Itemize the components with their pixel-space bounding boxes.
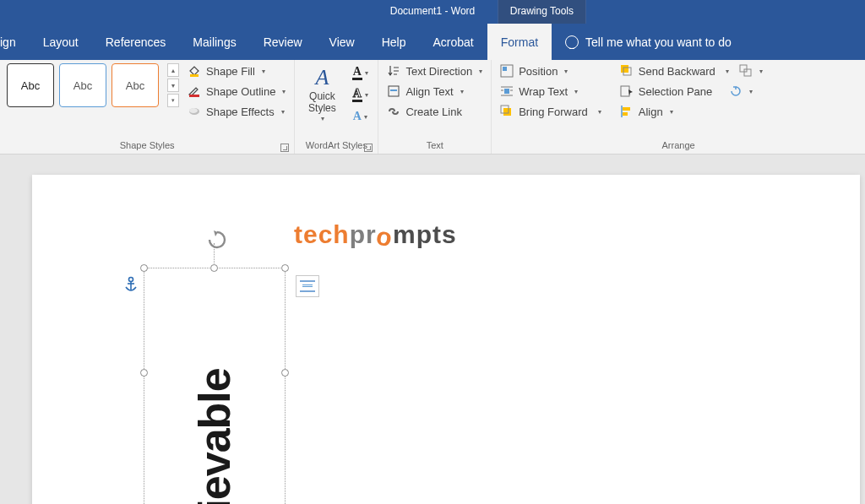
selection-pane-button[interactable]: Selection Pane ▾ xyxy=(618,84,764,99)
layout-options-button[interactable] xyxy=(296,275,319,297)
resize-handle-w[interactable] xyxy=(140,369,148,377)
gallery-more[interactable]: ▾ xyxy=(167,94,179,107)
tab-view[interactable]: View xyxy=(316,24,368,60)
effects-icon xyxy=(188,105,201,118)
ribbon: Abc Abc Abc ▲ ▼ ▾ Shape Fill▾ Shape Outl… xyxy=(0,60,865,154)
bucket-icon xyxy=(188,64,201,78)
resize-handle-n[interactable] xyxy=(210,264,218,272)
dialog-launcher-icon[interactable] xyxy=(364,144,373,152)
shape-preset-1[interactable]: Abc xyxy=(7,63,54,107)
layout-options-icon xyxy=(300,280,315,292)
tab-review[interactable]: Review xyxy=(250,24,316,60)
svg-rect-7 xyxy=(503,67,507,71)
ribbon-tabs: ign Layout References Mailings Review Vi… xyxy=(0,24,865,60)
align-text-icon xyxy=(387,84,400,98)
svg-rect-17 xyxy=(623,107,630,111)
group-shape-styles: Abc Abc Abc ▲ ▼ ▾ Shape Fill▾ Shape Outl… xyxy=(0,60,295,154)
bring-forward-button[interactable]: Bring Forward▾ xyxy=(498,104,603,119)
text-direction-button[interactable]: Text Direction▾ xyxy=(385,63,484,79)
svg-rect-0 xyxy=(190,74,199,77)
resize-handle-nw[interactable] xyxy=(140,264,148,272)
document-title: Document1 - Word xyxy=(0,5,865,17)
selected-textbox[interactable]: believable xyxy=(144,268,286,504)
resize-handle-ne[interactable] xyxy=(281,264,289,272)
tell-me-label: Tell me what you want to do xyxy=(585,35,732,49)
gallery-row-down[interactable]: ▼ xyxy=(167,79,179,92)
group-wordart-styles: A Quick Styles ▾ A▾ A▾ A▾ WordArt Styles xyxy=(295,60,378,154)
text-outline-button[interactable]: A▾ xyxy=(349,85,371,104)
bring-forward-icon xyxy=(500,105,514,118)
shape-effects-button[interactable]: Shape Effects▾ xyxy=(186,104,287,119)
page[interactable]: techprompts believable xyxy=(32,175,860,504)
tab-acrobat[interactable]: Acrobat xyxy=(419,24,487,60)
anchor-icon[interactable] xyxy=(123,276,139,296)
tab-references[interactable]: References xyxy=(92,24,180,60)
tab-help[interactable]: Help xyxy=(368,24,420,60)
wordart-a-icon: A xyxy=(315,67,329,89)
wrap-text-button[interactable]: Wrap Text▾ xyxy=(498,84,603,99)
link-icon xyxy=(387,105,400,118)
selection-pane-icon xyxy=(620,84,634,98)
position-button[interactable]: Position▾ xyxy=(498,63,603,79)
shape-style-gallery[interactable]: Abc Abc Abc ▲ ▼ ▾ xyxy=(7,63,179,107)
group-arrange: Position▾ Wrap Text▾ Bring Forward▾ Send xyxy=(492,60,865,154)
text-effects-button[interactable]: A▾ xyxy=(349,107,371,126)
rotate-icon[interactable] xyxy=(729,84,743,98)
lightbulb-icon xyxy=(565,35,579,49)
svg-point-3 xyxy=(189,108,198,113)
contextual-tab-label: Drawing Tools xyxy=(498,0,586,24)
shape-outline-button[interactable]: Shape Outline▾ xyxy=(186,84,287,99)
textbox-text[interactable]: believable xyxy=(189,368,240,504)
shape-preset-2[interactable]: Abc xyxy=(59,63,106,107)
group-label-text: Text xyxy=(385,138,484,154)
tab-design[interactable]: ign xyxy=(0,24,30,60)
svg-rect-18 xyxy=(623,112,628,116)
text-direction-icon xyxy=(387,64,400,78)
align-icon xyxy=(620,105,634,118)
tab-format[interactable]: Format xyxy=(487,24,552,60)
svg-point-19 xyxy=(129,278,133,282)
group-label-wordart: WordArt Styles xyxy=(302,138,371,154)
tab-mailings[interactable]: Mailings xyxy=(179,24,249,60)
tell-me-search[interactable]: Tell me what you want to do xyxy=(565,35,732,49)
svg-rect-1 xyxy=(189,95,199,97)
wrap-text-icon xyxy=(500,84,514,98)
create-link-button[interactable]: Create Link xyxy=(385,104,484,119)
quick-styles-button[interactable]: A Quick Styles ▾ xyxy=(302,63,342,122)
title-bar: Document1 - Word Drawing Tools xyxy=(0,0,865,24)
shape-preset-3[interactable]: Abc xyxy=(112,63,159,107)
send-backward-icon xyxy=(620,64,634,78)
align-text-button[interactable]: Align Text▾ xyxy=(385,84,484,99)
svg-rect-15 xyxy=(621,86,629,96)
position-icon xyxy=(500,64,514,78)
group-label-arrange: Arrange xyxy=(498,138,858,154)
tab-layout[interactable]: Layout xyxy=(30,24,92,60)
shape-fill-button[interactable]: Shape Fill▾ xyxy=(186,63,287,79)
svg-rect-13 xyxy=(740,65,747,72)
svg-rect-9 xyxy=(503,108,511,116)
pen-icon xyxy=(188,84,201,98)
resize-handle-e[interactable] xyxy=(281,369,289,377)
group-icon[interactable] xyxy=(739,64,753,78)
svg-rect-8 xyxy=(504,89,509,94)
send-backward-button[interactable]: Send Backward▾ ▾ xyxy=(618,63,764,79)
gallery-row-up[interactable]: ▲ xyxy=(167,63,179,77)
group-label-shape-styles: Shape Styles xyxy=(7,138,287,154)
watermark-logo: techprompts xyxy=(294,220,457,249)
svg-rect-14 xyxy=(744,69,751,76)
text-fill-button[interactable]: A▾ xyxy=(349,63,371,82)
rotation-handle-icon[interactable] xyxy=(206,229,228,254)
group-text: Text Direction▾ Align Text▾ Create Link … xyxy=(378,60,492,154)
dialog-launcher-icon[interactable] xyxy=(280,144,289,152)
document-area[interactable]: techprompts believable xyxy=(0,154,865,504)
svg-rect-11 xyxy=(621,65,628,73)
align-objects-button[interactable]: Align▾ xyxy=(618,104,764,119)
